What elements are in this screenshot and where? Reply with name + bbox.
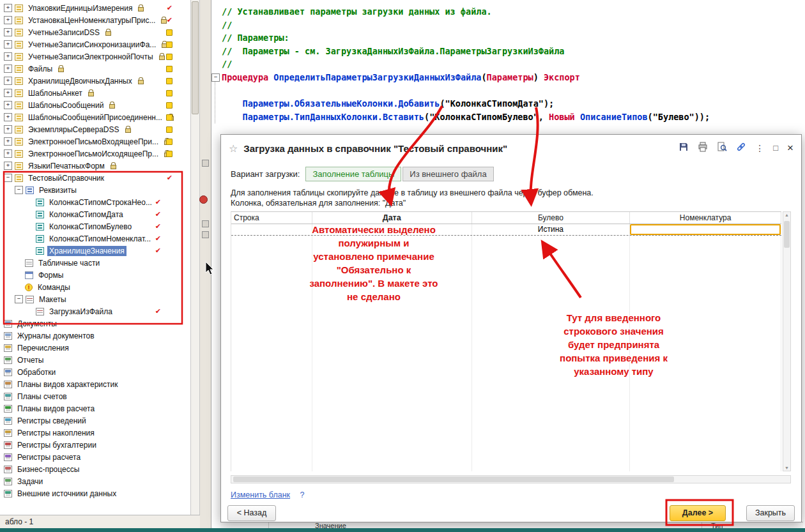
tree-item-label[interactable]: Бизнес-процессы [15,464,81,475]
table-empty-body[interactable] [231,236,781,471]
tree-item-label[interactable]: Планы счетов [15,391,69,402]
expand-icon[interactable]: + [4,113,12,121]
tree-item[interactable]: Журналы документов [0,330,190,342]
tree-item[interactable]: +ШаблоныСообщенийПрисоединенн... [0,111,190,123]
tree-item[interactable]: −ТестовыйСправочник✔ [0,172,190,184]
tab-fill-table[interactable]: Заполнение таблицы [305,167,401,181]
tree-scrollbar[interactable] [190,0,200,515]
table-hscroll-thumb[interactable] [233,476,674,482]
tree-item-label[interactable]: Перечисления [15,343,71,353]
selected-cell[interactable] [630,224,781,235]
print-icon[interactable] [698,142,708,155]
tree-item-label[interactable]: УчетныеЗаписиСинхронизацииФа... [26,40,158,50]
tree-item-label[interactable]: Файлы [26,64,54,74]
close-button[interactable]: Закрыть [746,505,795,521]
code-line[interactable]: Параметры.ОбязательныеКолонки.Добавить("… [222,97,710,110]
tree-item-label[interactable]: Команды [36,282,72,293]
code-line[interactable]: −Процедура ОпределитьПараметрыЗагрузкиДа… [222,71,710,84]
next-button[interactable]: Далее > [670,505,726,521]
expand-icon[interactable]: + [4,89,12,97]
expand-icon[interactable]: + [4,52,12,61]
tree-scrollbar-thumb[interactable] [192,1,199,114]
tree-item[interactable]: Планы видов характеристик [0,378,190,390]
more-menu-icon[interactable]: ⋮ [755,143,764,153]
tree-item-label[interactable]: Обработки [15,367,57,377]
tree-item-label[interactable]: ХранилищеДвоичныхДанных [26,76,134,86]
tree-item-label[interactable]: Регистры накопления [15,428,96,438]
tree-item-label[interactable]: ЭкземплярыСервераDSS [26,125,121,135]
tree-item-label[interactable]: УпаковкиЕдиницыИзмерения [26,3,134,13]
tree-item[interactable]: Формы [0,269,190,281]
tree-item[interactable]: КолонкаСТипомДата✔ [0,208,190,220]
tree-item-label[interactable]: КолонкаСТипомСтрокаНео... [47,197,154,208]
tree-item-label[interactable]: Табличные части [36,258,102,268]
tree-item-label[interactable]: ТестовыйСправочник [26,173,106,183]
tree-item-label[interactable]: Макеты [37,294,68,305]
favorite-star-icon[interactable]: ☆ [229,142,238,155]
tree-item-label[interactable]: ЭлектронноеПисьмоВходящееПри... [26,137,160,147]
tree-item[interactable]: Задачи [0,475,190,487]
tree-item[interactable]: Планы видов расчета [0,402,190,414]
tree-item[interactable]: +ХранилищеДвоичныхДанных [0,75,190,87]
tree-item[interactable]: ЗагрузкаИзФайла✔ [0,305,190,317]
column-header[interactable]: Дата [312,212,472,224]
tree-item-label[interactable]: КолонкаСТипомНоменклат... [47,234,153,244]
code-line[interactable]: // [222,19,710,32]
help-icon[interactable]: ? [300,490,305,499]
code-line[interactable]: // Устанавливает параметры загрузки данн… [222,5,710,19]
tree-item-label[interactable]: Планы видов характеристик [15,379,119,390]
tree-item[interactable]: Внешние источники данных [0,487,190,499]
tree-item[interactable]: +ЭлектронноеПисьмоИсходящееПр... [0,148,190,160]
column-header[interactable]: Строка [231,212,312,224]
tree-item-label[interactable]: Регистры сведений [15,416,88,426]
tree-item[interactable]: +ШаблоныСообщений [0,99,190,111]
tree-item[interactable]: Регистры накопления [0,427,190,439]
tree-item-label[interactable]: Задачи [15,476,45,487]
collapse-icon[interactable]: − [4,174,12,182]
tree-item-label[interactable]: Внешние источники данных [15,489,118,499]
tree-item-label[interactable]: Регистры расчета [15,452,82,462]
tree-item-label[interactable]: ШаблоныСообщений [26,100,105,110]
tree-item[interactable]: −Макеты [0,293,190,305]
tree-item[interactable]: +УчетныеЗаписиDSS [0,26,190,38]
collapse-icon[interactable]: − [15,295,23,303]
tree-item[interactable]: Документы [0,317,190,330]
table-vscroll-thumb[interactable] [784,221,790,248]
tree-item[interactable]: Команды [0,281,190,293]
code-line[interactable]: Параметры.ТипДанныхКолонки.Вставить("Кол… [222,110,710,124]
link-icon[interactable] [736,142,746,155]
tree-item-label[interactable]: КолонкаСТипомБулево [47,222,134,232]
expand-icon[interactable]: + [4,162,12,170]
expand-icon[interactable]: + [4,40,12,49]
expand-icon[interactable]: + [4,149,12,158]
expand-icon[interactable]: + [4,65,12,73]
tree-item-label[interactable]: ШаблоныАнкет [26,88,84,98]
tree-item[interactable]: Отчеты [0,354,190,366]
expand-icon[interactable]: + [4,4,12,12]
code-line[interactable] [222,84,710,98]
table-cell[interactable] [312,224,472,235]
tree-item-label[interactable]: УчетныеЗаписиЭлектроннойПочты [26,52,155,62]
column-header[interactable]: Булево [472,212,631,224]
tree-item-label[interactable]: Документы [15,319,59,329]
import-table[interactable]: СтрокаДатаБулевоНоменклатураИстина [231,211,781,471]
code-line[interactable]: // [222,57,710,71]
splitter-button[interactable] [202,220,209,227]
tree-item[interactable]: +УчетныеЗаписиСинхронизацииФа... [0,38,190,50]
tree-item-label[interactable]: Отчеты [15,355,45,365]
tree-item[interactable]: Регистры бухгалтерии [0,439,190,451]
tree-item-label[interactable]: КолонкаСТипомДата [47,209,125,220]
tree-item[interactable]: +ЭкземплярыСервераDSS [0,123,190,135]
tree-item-label[interactable]: ЯзыкиПечатныхФорм [26,161,107,171]
tree-item[interactable]: КолонкаСТипомНоменклат...✔ [0,232,190,245]
tree-item[interactable]: Планы счетов [0,390,190,402]
expand-icon[interactable]: + [4,137,12,146]
tree-item[interactable]: Табличные части [0,257,190,269]
splitter-button[interactable] [202,231,209,238]
panel-splitter[interactable] [200,0,211,528]
code-line[interactable]: // Параметры: [222,31,710,45]
collapse-icon[interactable]: − [15,186,23,194]
tree-item[interactable]: +УчетныеЗаписиЭлектроннойПочты [0,50,190,63]
tree-item-label[interactable]: УстановкаЦенНоменклатурыПрис... [26,15,157,26]
tree-item[interactable]: +ЭлектронноеПисьмоВходящееПри... [0,135,190,148]
